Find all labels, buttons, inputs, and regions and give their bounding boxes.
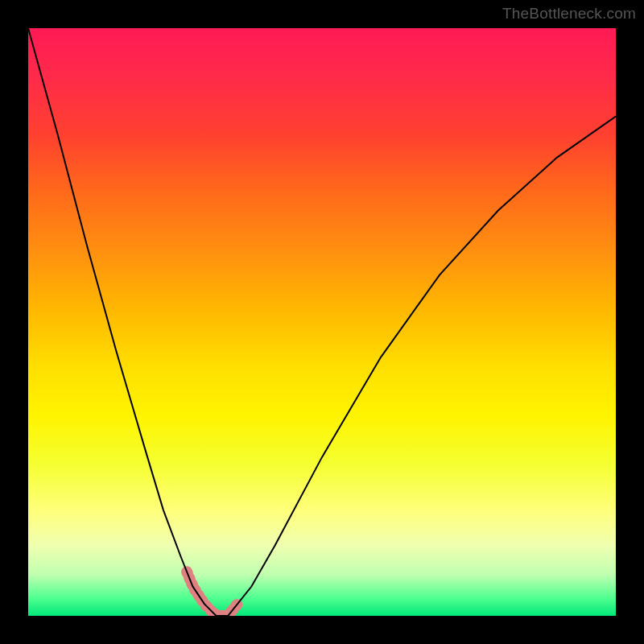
bottleneck-curve xyxy=(28,28,616,616)
chart-svg xyxy=(28,28,616,616)
watermark-text: TheBottleneck.com xyxy=(502,5,636,23)
optimal-zone-marker xyxy=(187,572,240,616)
plot-area xyxy=(28,28,616,616)
